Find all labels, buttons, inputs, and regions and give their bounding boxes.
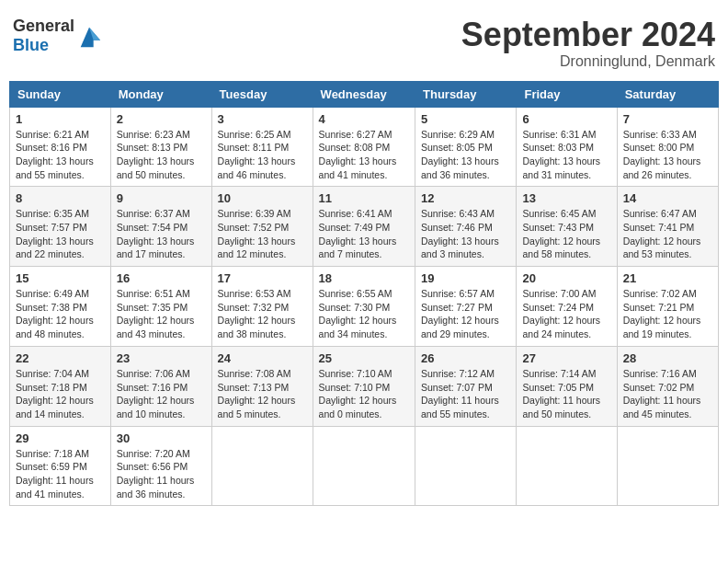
day-number: 22: [16, 351, 105, 365]
day-info: Sunrise: 7:12 AMSunset: 7:07 PMDaylight:…: [421, 367, 510, 421]
calendar-cell: 14Sunrise: 6:47 AMSunset: 7:41 PMDayligh…: [617, 187, 718, 267]
column-header-tuesday: Tuesday: [211, 81, 313, 107]
column-header-saturday: Saturday: [617, 81, 718, 107]
day-number: 29: [16, 431, 105, 445]
calendar-week-row: 8Sunrise: 6:35 AMSunset: 7:57 PMDaylight…: [10, 187, 719, 267]
calendar-header-row: SundayMondayTuesdayWednesdayThursdayFrid…: [10, 81, 719, 107]
calendar-cell: 2Sunrise: 6:23 AMSunset: 8:13 PMDaylight…: [110, 107, 211, 187]
calendar-cell: 11Sunrise: 6:41 AMSunset: 7:49 PMDayligh…: [313, 187, 415, 267]
calendar-cell: 19Sunrise: 6:57 AMSunset: 7:27 PMDayligh…: [415, 267, 517, 347]
column-header-friday: Friday: [517, 81, 617, 107]
day-info: Sunrise: 6:31 AMSunset: 8:03 PMDaylight:…: [522, 128, 610, 182]
day-info: Sunrise: 6:51 AMSunset: 7:35 PMDaylight:…: [117, 287, 206, 341]
day-info: Sunrise: 7:02 AMSunset: 7:21 PMDaylight:…: [623, 287, 712, 341]
day-number: 16: [117, 271, 206, 285]
calendar-cell: 4Sunrise: 6:27 AMSunset: 8:08 PMDaylight…: [313, 107, 415, 187]
calendar-cell: [617, 426, 718, 506]
calendar-cell: 29Sunrise: 7:18 AMSunset: 6:59 PMDayligh…: [10, 426, 111, 506]
day-info: Sunrise: 6:49 AMSunset: 7:38 PMDaylight:…: [16, 287, 105, 341]
day-info: Sunrise: 7:18 AMSunset: 6:59 PMDaylight:…: [16, 447, 105, 501]
day-info: Sunrise: 6:37 AMSunset: 7:54 PMDaylight:…: [117, 207, 206, 261]
calendar-cell: 10Sunrise: 6:39 AMSunset: 7:52 PMDayligh…: [211, 187, 313, 267]
day-number: 12: [421, 191, 510, 205]
day-info: Sunrise: 6:25 AMSunset: 8:11 PMDaylight:…: [218, 128, 307, 182]
day-number: 8: [16, 191, 105, 205]
calendar-cell: [313, 426, 415, 506]
day-info: Sunrise: 6:47 AMSunset: 7:41 PMDaylight:…: [623, 207, 712, 261]
day-info: Sunrise: 6:29 AMSunset: 8:05 PMDaylight:…: [421, 128, 510, 182]
day-info: Sunrise: 7:14 AMSunset: 7:05 PMDaylight:…: [522, 367, 610, 421]
calendar-cell: 23Sunrise: 7:06 AMSunset: 7:16 PMDayligh…: [110, 346, 211, 426]
day-number: 28: [623, 351, 712, 365]
calendar-cell: 28Sunrise: 7:16 AMSunset: 7:02 PMDayligh…: [617, 346, 718, 426]
day-info: Sunrise: 7:08 AMSunset: 7:13 PMDaylight:…: [218, 367, 307, 421]
logo: General Blue: [13, 17, 102, 55]
day-number: 7: [623, 112, 712, 126]
logo-blue-text: Blue: [13, 36, 49, 54]
column-header-monday: Monday: [110, 81, 211, 107]
day-info: Sunrise: 6:45 AMSunset: 7:43 PMDaylight:…: [522, 207, 610, 261]
day-info: Sunrise: 6:53 AMSunset: 7:32 PMDaylight:…: [218, 287, 307, 341]
day-number: 23: [117, 351, 206, 365]
day-number: 27: [522, 351, 610, 365]
day-number: 14: [623, 191, 712, 205]
day-number: 6: [522, 112, 610, 126]
day-number: 19: [421, 271, 510, 285]
day-info: Sunrise: 6:41 AMSunset: 7:49 PMDaylight:…: [319, 207, 409, 261]
calendar-cell: 12Sunrise: 6:43 AMSunset: 7:46 PMDayligh…: [415, 187, 517, 267]
calendar-cell: 27Sunrise: 7:14 AMSunset: 7:05 PMDayligh…: [517, 346, 617, 426]
calendar-cell: 16Sunrise: 6:51 AMSunset: 7:35 PMDayligh…: [110, 267, 211, 347]
day-number: 1: [16, 112, 105, 126]
column-header-thursday: Thursday: [415, 81, 517, 107]
column-header-wednesday: Wednesday: [313, 81, 415, 107]
calendar-cell: 6Sunrise: 6:31 AMSunset: 8:03 PMDaylight…: [517, 107, 617, 187]
calendar-cell: [517, 426, 617, 506]
location-title: Dronninglund, Denmark: [461, 53, 715, 70]
calendar-cell: 21Sunrise: 7:02 AMSunset: 7:21 PMDayligh…: [617, 267, 718, 347]
day-info: Sunrise: 7:16 AMSunset: 7:02 PMDaylight:…: [623, 367, 712, 421]
day-number: 18: [319, 271, 409, 285]
day-number: 5: [421, 112, 510, 126]
day-info: Sunrise: 6:27 AMSunset: 8:08 PMDaylight:…: [319, 128, 409, 182]
calendar-week-row: 22Sunrise: 7:04 AMSunset: 7:18 PMDayligh…: [10, 346, 719, 426]
calendar-cell: 26Sunrise: 7:12 AMSunset: 7:07 PMDayligh…: [415, 346, 517, 426]
calendar-cell: 24Sunrise: 7:08 AMSunset: 7:13 PMDayligh…: [211, 346, 313, 426]
logo-icon: [76, 23, 102, 49]
calendar-cell: 1Sunrise: 6:21 AMSunset: 8:16 PMDaylight…: [10, 107, 111, 187]
day-number: 4: [319, 112, 409, 126]
calendar-cell: 13Sunrise: 6:45 AMSunset: 7:43 PMDayligh…: [517, 187, 617, 267]
day-info: Sunrise: 6:33 AMSunset: 8:00 PMDaylight:…: [623, 128, 712, 182]
day-info: Sunrise: 7:00 AMSunset: 7:24 PMDaylight:…: [522, 287, 610, 341]
calendar-cell: [415, 426, 517, 506]
day-info: Sunrise: 6:55 AMSunset: 7:30 PMDaylight:…: [319, 287, 409, 341]
day-info: Sunrise: 6:21 AMSunset: 8:16 PMDaylight:…: [16, 128, 105, 182]
title-area: September 2024 Dronninglund, Denmark: [461, 17, 715, 70]
day-number: 10: [218, 191, 307, 205]
day-number: 13: [522, 191, 610, 205]
calendar-cell: 17Sunrise: 6:53 AMSunset: 7:32 PMDayligh…: [211, 267, 313, 347]
calendar-cell: 8Sunrise: 6:35 AMSunset: 7:57 PMDaylight…: [10, 187, 111, 267]
logo-general-text: General: [13, 17, 74, 35]
day-info: Sunrise: 6:23 AMSunset: 8:13 PMDaylight:…: [117, 128, 206, 182]
day-info: Sunrise: 6:39 AMSunset: 7:52 PMDaylight:…: [218, 207, 307, 261]
calendar-cell: 9Sunrise: 6:37 AMSunset: 7:54 PMDaylight…: [110, 187, 211, 267]
calendar-cell: 3Sunrise: 6:25 AMSunset: 8:11 PMDaylight…: [211, 107, 313, 187]
day-info: Sunrise: 7:20 AMSunset: 6:56 PMDaylight:…: [117, 447, 206, 501]
calendar-cell: 15Sunrise: 6:49 AMSunset: 7:38 PMDayligh…: [10, 267, 111, 347]
day-number: 30: [117, 431, 206, 445]
calendar-week-row: 29Sunrise: 7:18 AMSunset: 6:59 PMDayligh…: [10, 426, 719, 506]
day-number: 26: [421, 351, 510, 365]
day-number: 3: [218, 112, 307, 126]
day-number: 21: [623, 271, 712, 285]
day-number: 17: [218, 271, 307, 285]
calendar-week-row: 1Sunrise: 6:21 AMSunset: 8:16 PMDaylight…: [10, 107, 719, 187]
calendar-cell: 5Sunrise: 6:29 AMSunset: 8:05 PMDaylight…: [415, 107, 517, 187]
calendar-cell: 7Sunrise: 6:33 AMSunset: 8:00 PMDaylight…: [617, 107, 718, 187]
header: General Blue September 2024 Dronninglund…: [9, 9, 719, 74]
calendar-cell: 30Sunrise: 7:20 AMSunset: 6:56 PMDayligh…: [110, 426, 211, 506]
calendar-cell: 20Sunrise: 7:00 AMSunset: 7:24 PMDayligh…: [517, 267, 617, 347]
day-info: Sunrise: 7:10 AMSunset: 7:10 PMDaylight:…: [319, 367, 409, 421]
calendar-cell: 18Sunrise: 6:55 AMSunset: 7:30 PMDayligh…: [313, 267, 415, 347]
calendar-cell: 22Sunrise: 7:04 AMSunset: 7:18 PMDayligh…: [10, 346, 111, 426]
month-title: September 2024: [461, 17, 715, 53]
